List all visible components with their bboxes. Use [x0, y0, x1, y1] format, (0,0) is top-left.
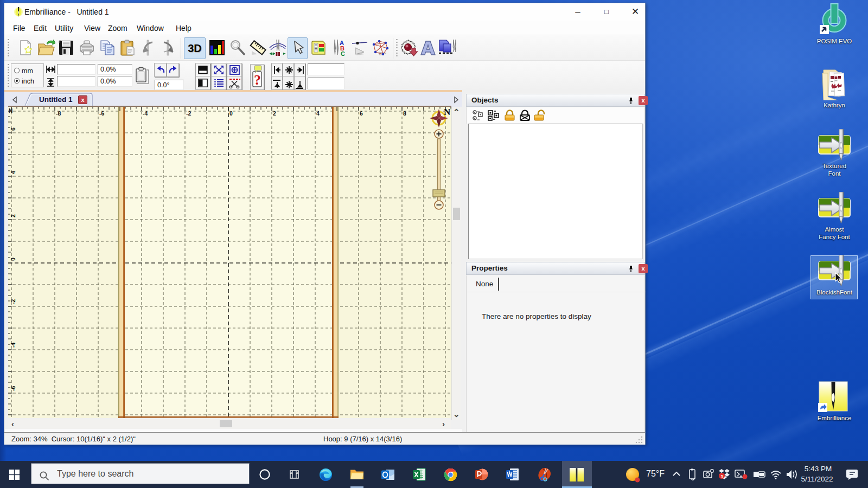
- svg-text:6: 6: [10, 127, 16, 131]
- svg-text:-4: -4: [143, 110, 148, 117]
- svg-text:8: 8: [403, 110, 406, 117]
- svg-text:4: 4: [316, 110, 320, 117]
- svg-text:-6: -6: [10, 386, 16, 391]
- svg-text:N: N: [9, 108, 12, 114]
- svg-text:-2: -2: [10, 299, 16, 304]
- svg-text:N: N: [444, 108, 451, 117]
- svg-text:0: 0: [229, 110, 233, 117]
- svg-text:C: C: [341, 50, 345, 56]
- svg-text:?: ?: [254, 72, 261, 88]
- svg-text:mm: mm: [22, 67, 33, 75]
- svg-text:0: 0: [10, 258, 16, 261]
- svg-text:2: 2: [273, 110, 276, 117]
- svg-text:-4: -4: [10, 343, 16, 348]
- svg-text:2: 2: [10, 214, 16, 217]
- svg-text:1: 1: [720, 473, 724, 479]
- svg-text:-2: -2: [186, 110, 191, 117]
- svg-text:inch: inch: [22, 78, 34, 85]
- svg-text:-8: -8: [56, 110, 61, 117]
- svg-text:-6: -6: [99, 110, 104, 117]
- svg-text:4: 4: [10, 171, 16, 174]
- svg-text:6: 6: [360, 110, 363, 117]
